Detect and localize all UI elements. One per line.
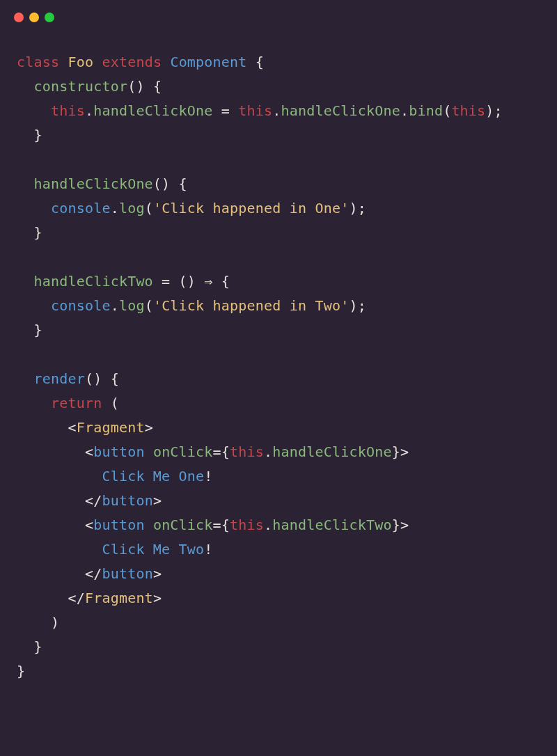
code-line: <button onClick={this.handleClickTwo}> xyxy=(17,517,409,533)
code-line: } xyxy=(17,224,42,241)
code-line: } xyxy=(17,638,42,655)
code-line: class Foo extends Component { xyxy=(17,54,264,70)
code-editor: class Foo extends Component { constructo… xyxy=(0,29,557,700)
code-line: handleClickOne() { xyxy=(17,175,187,192)
code-line: console.log('Click happened in One'); xyxy=(17,200,366,216)
minimize-icon[interactable] xyxy=(29,13,39,22)
code-line: <Fragment> xyxy=(17,419,153,436)
code-line: <button onClick={this.handleClickOne}> xyxy=(17,443,409,460)
code-line: render() { xyxy=(17,370,119,387)
code-line: return ( xyxy=(17,395,119,411)
code-line xyxy=(17,249,25,265)
code-line: } xyxy=(17,663,25,679)
code-line: this.handleClickOne = this.handleClickOn… xyxy=(17,102,503,119)
maximize-icon[interactable] xyxy=(45,13,54,22)
code-line xyxy=(17,346,25,363)
code-line: ) xyxy=(17,614,59,631)
code-line: </button> xyxy=(17,492,162,509)
code-line: console.log('Click happened in Two'); xyxy=(17,297,366,314)
code-line: } xyxy=(17,322,42,338)
code-line: </Fragment> xyxy=(17,590,162,606)
code-line: </button> xyxy=(17,565,162,582)
code-line: handleClickTwo = () ⇒ { xyxy=(17,273,230,290)
code-line: } xyxy=(17,127,42,143)
code-line xyxy=(17,151,25,168)
code-line: constructor() { xyxy=(17,78,162,95)
window-titlebar xyxy=(0,0,557,29)
code-line: Click Me One! xyxy=(17,468,213,485)
close-icon[interactable] xyxy=(14,13,24,22)
code-line: Click Me Two! xyxy=(17,541,213,558)
